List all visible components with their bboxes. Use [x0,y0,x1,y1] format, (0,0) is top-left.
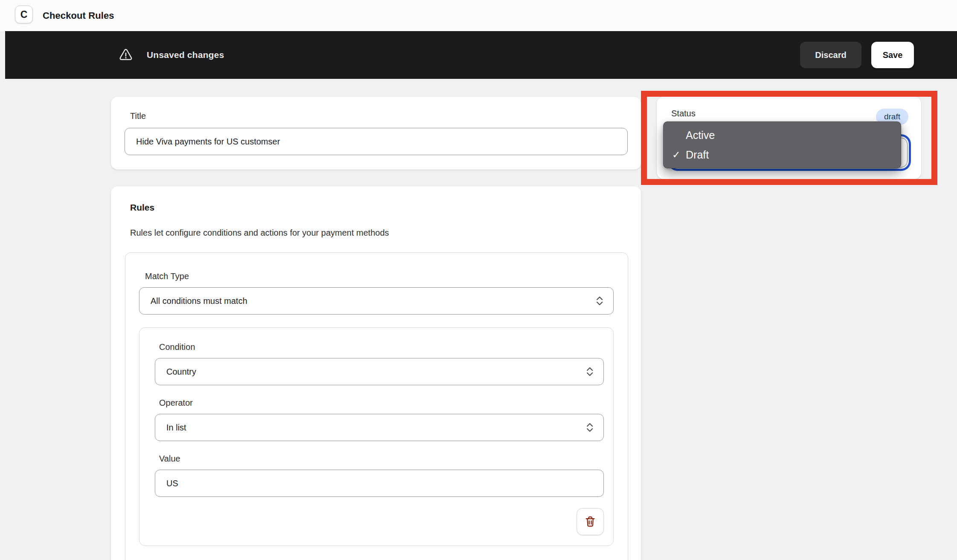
delete-row [155,508,604,535]
value-input[interactable] [155,470,604,497]
condition-value: Country [166,367,196,377]
status-option-label: Draft [686,149,709,161]
warning-icon [118,47,133,63]
value-label: Value [159,454,604,464]
trash-icon [584,515,597,528]
condition-label: Condition [159,342,604,352]
unsaved-changes-bar: Unsaved changes Discard Save [5,31,957,79]
select-chevron-icon [586,421,594,433]
status-option-label: Active [686,129,715,141]
operator-value: In list [166,423,186,433]
status-option-active[interactable]: Active [664,125,901,145]
title-input[interactable] [125,128,628,155]
title-card: Title [111,97,641,170]
operator-label: Operator [159,398,604,408]
save-bar-actions: Discard Save [800,42,914,68]
operator-select[interactable]: In list [155,414,604,441]
select-chevron-icon [595,295,604,307]
rules-card: Rules Rules let configure conditions and… [111,186,641,560]
unsaved-changes-label: Unsaved changes [147,31,224,79]
match-type-value: All conditions must match [151,296,247,306]
status-label: Status [671,109,696,118]
title-label: Title [130,111,628,121]
delete-condition-button[interactable] [577,508,604,535]
match-type-label: Match Type [145,271,614,281]
match-type-select[interactable]: All conditions must match [139,287,614,315]
save-button[interactable]: Save [871,42,914,68]
app-logo-icon: C [15,6,33,23]
status-option-draft[interactable]: ✓ Draft [664,145,901,165]
app-header: C Checkout Rules [0,0,957,31]
condition-select[interactable]: Country [155,358,604,385]
check-icon: ✓ [672,149,686,161]
discard-button[interactable]: Discard [800,42,861,68]
rules-heading: Rules [130,202,628,213]
status-dropdown-menu: Active ✓ Draft [663,121,901,168]
condition-box: Condition Country Operator In list Value [139,327,614,546]
select-chevron-icon [586,366,594,378]
rules-description: Rules let configure conditions and actio… [130,228,628,238]
app-logo-letter: C [20,9,28,20]
rule-group-box: Match Type All conditions must match Con… [125,252,628,560]
page-title: Checkout Rules [43,0,114,31]
